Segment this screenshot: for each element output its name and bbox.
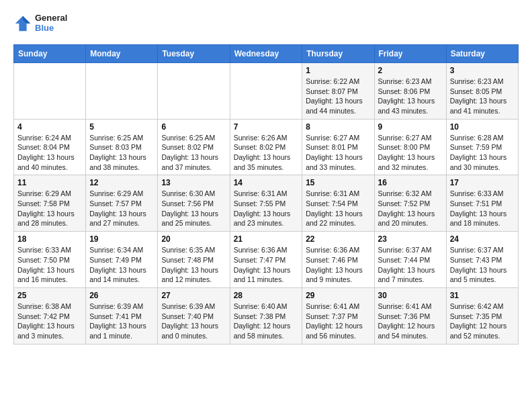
- calendar-cell: [86, 62, 158, 119]
- day-number: 16: [378, 178, 443, 187]
- calendar-week-row: 25Sunrise: 6:38 AM Sunset: 7:42 PM Dayli…: [14, 287, 519, 344]
- day-number: 26: [89, 291, 154, 300]
- calendar-cell: 2Sunrise: 6:23 AM Sunset: 8:06 PM Daylig…: [374, 62, 446, 119]
- day-info: Sunrise: 6:22 AM Sunset: 8:07 PM Dayligh…: [306, 77, 370, 116]
- day-info: Sunrise: 6:26 AM Sunset: 8:02 PM Dayligh…: [234, 133, 299, 173]
- day-info: Sunrise: 6:25 AM Sunset: 8:03 PM Dayligh…: [89, 133, 154, 173]
- calendar-week-row: 4Sunrise: 6:24 AM Sunset: 8:04 PM Daylig…: [14, 119, 519, 175]
- day-number: 2: [378, 66, 443, 75]
- weekday-header: Saturday: [446, 44, 518, 62]
- day-info: Sunrise: 6:35 AM Sunset: 7:48 PM Dayligh…: [161, 245, 226, 285]
- day-info: Sunrise: 6:36 AM Sunset: 7:46 PM Dayligh…: [306, 245, 370, 285]
- day-info: Sunrise: 6:41 AM Sunset: 7:37 PM Dayligh…: [306, 302, 370, 341]
- day-info: Sunrise: 6:37 AM Sunset: 7:44 PM Dayligh…: [378, 245, 443, 285]
- day-info: Sunrise: 6:27 AM Sunset: 8:00 PM Dayligh…: [378, 133, 443, 173]
- day-info: Sunrise: 6:25 AM Sunset: 8:02 PM Dayligh…: [161, 133, 226, 173]
- day-info: Sunrise: 6:40 AM Sunset: 7:38 PM Dayligh…: [234, 302, 299, 341]
- calendar-cell: 13Sunrise: 6:30 AM Sunset: 7:56 PM Dayli…: [158, 175, 230, 232]
- calendar-cell: 7Sunrise: 6:26 AM Sunset: 8:02 PM Daylig…: [230, 119, 302, 175]
- calendar-cell: 4Sunrise: 6:24 AM Sunset: 8:04 PM Daylig…: [14, 119, 86, 175]
- calendar-cell: 15Sunrise: 6:31 AM Sunset: 7:54 PM Dayli…: [302, 175, 374, 232]
- weekday-header-row: SundayMondayTuesdayWednesdayThursdayFrid…: [14, 44, 519, 62]
- calendar-cell: [230, 62, 302, 119]
- day-info: Sunrise: 6:39 AM Sunset: 7:41 PM Dayligh…: [89, 302, 154, 341]
- day-number: 20: [161, 234, 226, 244]
- day-info: Sunrise: 6:33 AM Sunset: 7:51 PM Dayligh…: [450, 189, 515, 228]
- calendar-week-row: 18Sunrise: 6:33 AM Sunset: 7:50 PM Dayli…: [14, 232, 519, 288]
- calendar-cell: 9Sunrise: 6:27 AM Sunset: 8:00 PM Daylig…: [374, 119, 446, 175]
- calendar-week-row: 1Sunrise: 6:22 AM Sunset: 8:07 PM Daylig…: [14, 62, 519, 119]
- calendar-cell: 25Sunrise: 6:38 AM Sunset: 7:42 PM Dayli…: [14, 287, 86, 344]
- day-number: 14: [234, 178, 299, 187]
- day-info: Sunrise: 6:42 AM Sunset: 7:35 PM Dayligh…: [450, 302, 515, 341]
- day-info: Sunrise: 6:30 AM Sunset: 7:56 PM Dayligh…: [161, 189, 226, 228]
- page-header: General Blue: [13, 13, 519, 34]
- day-info: Sunrise: 6:37 AM Sunset: 7:43 PM Dayligh…: [450, 245, 515, 285]
- calendar-cell: 8Sunrise: 6:27 AM Sunset: 8:01 PM Daylig…: [302, 119, 374, 175]
- calendar-cell: 11Sunrise: 6:29 AM Sunset: 7:58 PM Dayli…: [14, 175, 86, 232]
- day-info: Sunrise: 6:23 AM Sunset: 8:05 PM Dayligh…: [450, 77, 515, 116]
- day-number: 29: [306, 291, 370, 300]
- weekday-header: Sunday: [14, 44, 86, 62]
- calendar-table: SundayMondayTuesdayWednesdayThursdayFrid…: [13, 44, 519, 345]
- day-info: Sunrise: 6:31 AM Sunset: 7:55 PM Dayligh…: [234, 189, 299, 228]
- weekday-header: Tuesday: [158, 44, 230, 62]
- weekday-header: Wednesday: [230, 44, 302, 62]
- day-info: Sunrise: 6:29 AM Sunset: 7:58 PM Dayligh…: [17, 189, 82, 228]
- calendar-cell: 17Sunrise: 6:33 AM Sunset: 7:51 PM Dayli…: [446, 175, 518, 232]
- day-number: 28: [234, 291, 299, 300]
- day-number: 17: [450, 178, 515, 187]
- calendar-cell: 30Sunrise: 6:41 AM Sunset: 7:36 PM Dayli…: [374, 287, 446, 344]
- calendar-cell: 3Sunrise: 6:23 AM Sunset: 8:05 PM Daylig…: [446, 62, 518, 119]
- day-info: Sunrise: 6:39 AM Sunset: 7:40 PM Dayligh…: [161, 302, 226, 341]
- day-number: 11: [17, 178, 82, 187]
- calendar-cell: 5Sunrise: 6:25 AM Sunset: 8:03 PM Daylig…: [86, 119, 158, 175]
- day-info: Sunrise: 6:24 AM Sunset: 8:04 PM Dayligh…: [17, 133, 82, 173]
- day-info: Sunrise: 6:33 AM Sunset: 7:50 PM Dayligh…: [17, 245, 82, 285]
- day-number: 3: [450, 66, 515, 75]
- calendar-cell: 10Sunrise: 6:28 AM Sunset: 7:59 PM Dayli…: [446, 119, 518, 175]
- calendar-cell: 28Sunrise: 6:40 AM Sunset: 7:38 PM Dayli…: [230, 287, 302, 344]
- day-number: 12: [89, 178, 154, 187]
- calendar-cell: 19Sunrise: 6:34 AM Sunset: 7:49 PM Dayli…: [86, 232, 158, 288]
- calendar-cell: 23Sunrise: 6:37 AM Sunset: 7:44 PM Dayli…: [374, 232, 446, 288]
- day-info: Sunrise: 6:38 AM Sunset: 7:42 PM Dayligh…: [17, 302, 82, 341]
- calendar-cell: 27Sunrise: 6:39 AM Sunset: 7:40 PM Dayli…: [158, 287, 230, 344]
- calendar-cell: 24Sunrise: 6:37 AM Sunset: 7:43 PM Dayli…: [446, 232, 518, 288]
- day-info: Sunrise: 6:31 AM Sunset: 7:54 PM Dayligh…: [306, 189, 370, 228]
- weekday-header: Friday: [374, 44, 446, 62]
- day-number: 15: [306, 178, 370, 187]
- day-number: 30: [378, 291, 443, 300]
- day-number: 25: [17, 291, 82, 300]
- calendar-cell: 12Sunrise: 6:29 AM Sunset: 7:57 PM Dayli…: [86, 175, 158, 232]
- day-number: 1: [306, 66, 370, 75]
- day-number: 10: [450, 122, 515, 132]
- day-number: 7: [234, 122, 299, 132]
- day-info: Sunrise: 6:29 AM Sunset: 7:57 PM Dayligh…: [89, 189, 154, 228]
- day-number: 22: [306, 234, 370, 244]
- day-number: 13: [161, 178, 226, 187]
- calendar-week-row: 11Sunrise: 6:29 AM Sunset: 7:58 PM Dayli…: [14, 175, 519, 232]
- day-info: Sunrise: 6:23 AM Sunset: 8:06 PM Dayligh…: [378, 77, 443, 116]
- calendar-cell: 18Sunrise: 6:33 AM Sunset: 7:50 PM Dayli…: [14, 232, 86, 288]
- logo-icon: [13, 14, 32, 33]
- day-number: 4: [17, 122, 82, 132]
- calendar-cell: 22Sunrise: 6:36 AM Sunset: 7:46 PM Dayli…: [302, 232, 374, 288]
- day-number: 31: [450, 291, 515, 300]
- calendar-cell: 26Sunrise: 6:39 AM Sunset: 7:41 PM Dayli…: [86, 287, 158, 344]
- calendar-cell: 29Sunrise: 6:41 AM Sunset: 7:37 PM Dayli…: [302, 287, 374, 344]
- day-number: 18: [17, 234, 82, 244]
- day-number: 5: [89, 122, 154, 132]
- day-info: Sunrise: 6:32 AM Sunset: 7:52 PM Dayligh…: [378, 189, 443, 228]
- day-number: 19: [89, 234, 154, 244]
- day-number: 9: [378, 122, 443, 132]
- day-number: 6: [161, 122, 226, 132]
- day-number: 21: [234, 234, 299, 244]
- calendar-cell: 1Sunrise: 6:22 AM Sunset: 8:07 PM Daylig…: [302, 62, 374, 119]
- calendar-cell: 21Sunrise: 6:36 AM Sunset: 7:47 PM Dayli…: [230, 232, 302, 288]
- calendar-cell: 20Sunrise: 6:35 AM Sunset: 7:48 PM Dayli…: [158, 232, 230, 288]
- day-info: Sunrise: 6:34 AM Sunset: 7:49 PM Dayligh…: [89, 245, 154, 285]
- calendar-cell: [158, 62, 230, 119]
- day-number: 27: [161, 291, 226, 300]
- calendar-cell: 6Sunrise: 6:25 AM Sunset: 8:02 PM Daylig…: [158, 119, 230, 175]
